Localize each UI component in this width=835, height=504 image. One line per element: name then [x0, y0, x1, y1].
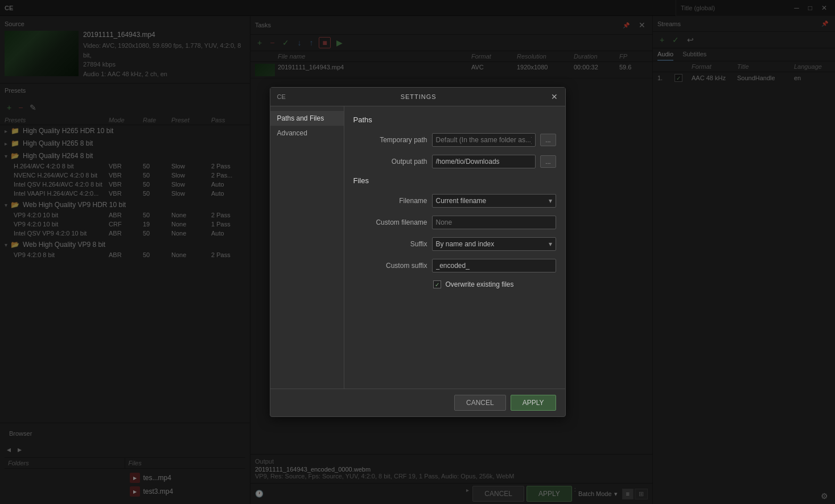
temp-path-row: Temporary path ... — [353, 133, 556, 147]
sidebar-item-advanced[interactable]: Advanced — [270, 126, 344, 141]
sidebar-item-paths-files[interactable]: Paths and Files — [270, 111, 344, 126]
dialog-body: Paths and Files Advanced Paths Temporary… — [270, 106, 565, 389]
custom-filename-row: Custom filename — [353, 216, 556, 229]
temp-path-browse-button[interactable]: ... — [540, 134, 556, 146]
overwrite-checkbox[interactable]: ✓ — [433, 280, 441, 288]
dialog-title-bar: CE SETTINGS ✕ — [270, 88, 565, 106]
output-path-input[interactable] — [432, 155, 536, 168]
suffix-label: Suffix — [353, 240, 427, 248]
custom-filename-label: Custom filename — [353, 218, 427, 226]
settings-dialog-overlay: CE SETTINGS ✕ Paths and Files Advanced P… — [0, 0, 835, 504]
filename-value: Current filename — [436, 197, 487, 205]
custom-suffix-row: Custom suffix — [353, 259, 556, 272]
dialog-cancel-button[interactable]: CANCEL — [454, 395, 506, 411]
output-path-label: Output path — [353, 158, 427, 166]
filename-select[interactable]: Current filename — [432, 194, 556, 208]
custom-suffix-label: Custom suffix — [353, 262, 427, 270]
dialog-logo: CE — [277, 93, 286, 100]
output-path-row: Output path ... — [353, 155, 556, 168]
filename-chevron — [549, 197, 552, 205]
temp-path-label: Temporary path — [353, 136, 427, 144]
filename-label: Filename — [353, 197, 427, 205]
overwrite-label: Overwrite existing files — [446, 280, 514, 288]
dialog-content: Paths Temporary path ... Output path ...… — [344, 106, 565, 389]
custom-filename-input[interactable] — [432, 216, 556, 229]
dialog-sidebar: Paths and Files Advanced — [270, 106, 344, 389]
output-path-browse-button[interactable]: ... — [540, 155, 556, 168]
dialog-apply-button[interactable]: APPLY — [511, 395, 556, 411]
dialog-close-button[interactable]: ✕ — [551, 92, 558, 101]
custom-suffix-input[interactable] — [432, 259, 556, 272]
overwrite-row: ✓ Overwrite existing files — [433, 280, 556, 288]
settings-dialog: CE SETTINGS ✕ Paths and Files Advanced P… — [270, 87, 566, 417]
dialog-footer: CANCEL APPLY — [270, 389, 565, 416]
temp-path-input[interactable] — [432, 133, 536, 147]
suffix-chevron — [549, 240, 552, 248]
dialog-paths-title: Paths — [353, 115, 556, 124]
suffix-value: By name and index — [436, 240, 495, 248]
dialog-files-title: Files — [353, 176, 556, 185]
filename-row: Filename Current filename — [353, 194, 556, 208]
dialog-title-text: SETTINGS — [401, 93, 437, 100]
suffix-select[interactable]: By name and index — [432, 237, 556, 251]
suffix-row: Suffix By name and index — [353, 237, 556, 251]
